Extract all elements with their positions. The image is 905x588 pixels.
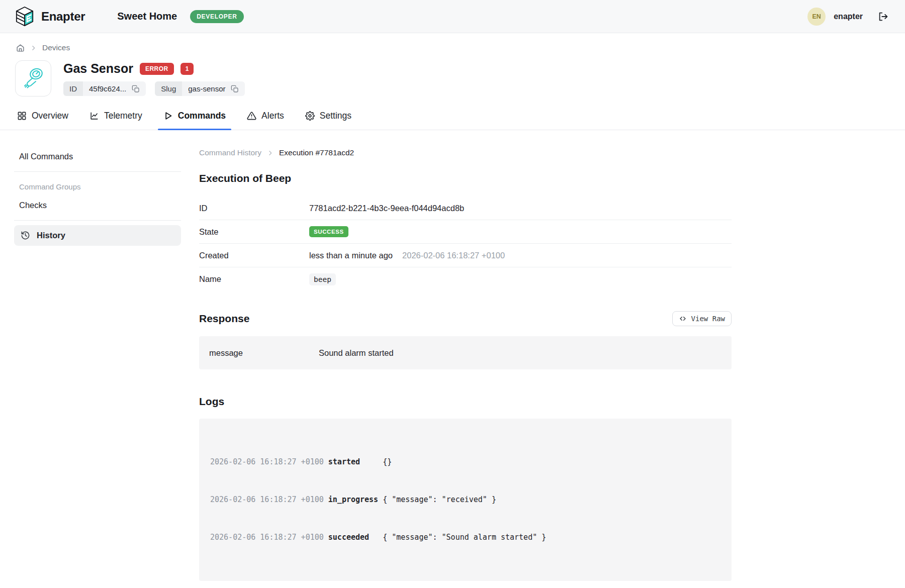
device-icon-card xyxy=(15,60,51,96)
sidebar-history-label: History xyxy=(37,231,65,240)
device-slug-value: gas-sensor xyxy=(188,84,225,93)
tab-alerts[interactable]: Alerts xyxy=(247,111,284,130)
device-header: Gas Sensor ERROR 1 ID 45f9c624... S xyxy=(0,52,905,96)
device-header-info: Gas Sensor ERROR 1 ID 45f9c624... S xyxy=(63,60,245,96)
gas-sensor-icon xyxy=(21,66,45,90)
device-id-label: ID xyxy=(63,81,83,96)
commands-sidebar: All Commands Command Groups Checks Histo… xyxy=(14,143,181,581)
logout-icon xyxy=(878,11,889,22)
tab-alerts-label: Alerts xyxy=(261,111,284,121)
logs-box: 2026-02-06 16:18:27 +0100started{} 2026-… xyxy=(199,419,732,581)
user-area: EN enapter xyxy=(807,8,890,26)
device-id-pill: ID 45f9c624... xyxy=(63,81,146,96)
response-box: message Sound alarm started xyxy=(199,336,732,369)
log-line: 2026-02-06 16:18:27 +0100started{} xyxy=(210,456,720,468)
breadcrumb-devices[interactable]: Devices xyxy=(42,43,70,52)
grid-icon xyxy=(17,111,27,121)
code-icon xyxy=(679,315,687,323)
copy-id-button[interactable] xyxy=(132,85,140,93)
log-timestamp: 2026-02-06 16:18:27 +0100 xyxy=(210,533,324,542)
top-bar: Enapter Sweet Home DEVELOPER EN enapter xyxy=(0,0,905,33)
device-error-badge: ERROR xyxy=(140,63,174,75)
breadcrumb-execution-id: Execution #7781acd2 xyxy=(279,148,354,157)
log-state: started xyxy=(328,456,383,468)
sidebar-item-all-commands[interactable]: All Commands xyxy=(14,146,181,167)
home-icon[interactable] xyxy=(16,44,25,52)
warning-triangle-icon xyxy=(247,111,256,121)
log-timestamp: 2026-02-06 16:18:27 +0100 xyxy=(210,457,324,466)
log-state: in_progress xyxy=(328,494,383,506)
detail-id-label: ID xyxy=(199,204,309,213)
log-state: succeeded xyxy=(328,531,383,544)
log-payload: { "message": "Sound alarm started" } xyxy=(383,533,546,542)
sidebar-divider xyxy=(14,220,181,221)
chevron-right-icon xyxy=(267,150,274,156)
breadcrumb-command-history[interactable]: Command History xyxy=(199,148,261,157)
content: All Commands Command Groups Checks Histo… xyxy=(0,130,905,581)
tab-telemetry[interactable]: Telemetry xyxy=(89,111,142,130)
log-line: 2026-02-06 16:18:27 +0100in_progress{ "m… xyxy=(210,494,720,506)
view-raw-button[interactable]: View Raw xyxy=(672,311,732,326)
sidebar-groups-header: Command Groups xyxy=(14,176,181,195)
response-section-head: Response View Raw xyxy=(199,311,732,326)
detail-row-name: Name beep xyxy=(199,267,732,291)
response-value: Sound alarm started xyxy=(319,348,394,358)
tab-overview-label: Overview xyxy=(32,111,68,121)
tab-commands[interactable]: Commands xyxy=(163,111,226,130)
sidebar-item-checks[interactable]: Checks xyxy=(14,195,181,216)
detail-state-label: State xyxy=(199,227,309,237)
line-chart-icon xyxy=(89,111,99,121)
execution-title: Execution of Beep xyxy=(199,172,732,184)
logout-button[interactable] xyxy=(877,10,890,23)
brand-name: Enapter xyxy=(41,10,85,24)
execution-breadcrumb: Command History Execution #7781acd2 xyxy=(199,148,732,157)
response-title: Response xyxy=(199,313,249,325)
log-timestamp: 2026-02-06 16:18:27 +0100 xyxy=(210,495,324,504)
history-icon xyxy=(21,231,30,240)
execution-panel: Command History Execution #7781acd2 Exec… xyxy=(199,143,732,581)
user-avatar[interactable]: EN xyxy=(807,8,826,26)
response-key: message xyxy=(209,348,319,358)
execution-details: ID 7781acd2-b221-4b3c-9eea-f044d94acd8b … xyxy=(199,197,732,291)
chevron-right-icon xyxy=(30,45,37,51)
site-name: Sweet Home xyxy=(117,11,177,22)
detail-name-label: Name xyxy=(199,274,309,284)
device-slug-pill: Slug gas-sensor xyxy=(155,81,245,96)
breadcrumb: Devices xyxy=(0,33,905,52)
detail-row-created: Created less than a minute ago 2026-02-0… xyxy=(199,244,732,267)
user-name[interactable]: enapter xyxy=(834,12,863,21)
view-raw-label: View Raw xyxy=(691,315,725,323)
copy-slug-button[interactable] xyxy=(231,85,239,93)
developer-badge: DEVELOPER xyxy=(190,10,243,23)
log-line: 2026-02-06 16:18:27 +0100succeeded{ "mes… xyxy=(210,531,720,544)
log-payload: {} xyxy=(383,457,392,466)
tab-settings[interactable]: Settings xyxy=(305,111,351,130)
created-relative: less than a minute ago xyxy=(309,251,393,260)
command-name-chip: beep xyxy=(309,273,336,285)
sidebar-divider xyxy=(14,171,181,172)
tab-commands-label: Commands xyxy=(178,111,226,121)
response-row-message: message Sound alarm started xyxy=(199,341,732,364)
detail-row-id: ID 7781acd2-b221-4b3c-9eea-f044d94acd8b xyxy=(199,197,732,220)
gear-icon xyxy=(305,111,315,121)
tab-telemetry-label: Telemetry xyxy=(104,111,142,121)
play-icon xyxy=(163,111,173,121)
detail-row-state: State SUCCESS xyxy=(199,220,732,244)
device-name: Gas Sensor xyxy=(63,61,133,76)
device-slug-label: Slug xyxy=(155,81,182,96)
tab-settings-label: Settings xyxy=(320,111,351,121)
brand-home-link[interactable]: Enapter xyxy=(15,6,85,27)
enapter-logo-icon xyxy=(15,6,34,27)
device-error-count-badge: 1 xyxy=(180,63,194,75)
state-success-badge: SUCCESS xyxy=(309,226,348,237)
device-tabs: Overview Telemetry Commands Alerts xyxy=(0,96,905,130)
detail-id-value: 7781acd2-b221-4b3c-9eea-f044d94acd8b xyxy=(309,204,464,213)
log-payload: { "message": "received" } xyxy=(383,495,496,504)
device-id-value: 45f9c624... xyxy=(89,84,126,93)
logs-title: Logs xyxy=(199,396,732,408)
tab-overview[interactable]: Overview xyxy=(17,111,68,130)
detail-created-label: Created xyxy=(199,251,309,260)
sidebar-item-history[interactable]: History xyxy=(14,225,181,246)
created-absolute: 2026-02-06 16:18:27 +0100 xyxy=(402,251,505,260)
